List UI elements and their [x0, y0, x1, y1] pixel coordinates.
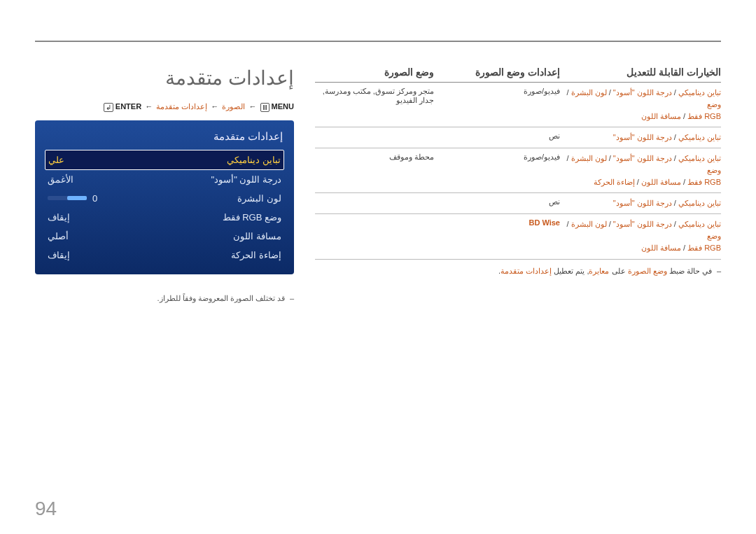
cell: فيديو/صورة [434, 153, 560, 162]
cell: متجر ومركز تسوق, مكتب ومدرسة, جدار الفيد… [315, 87, 434, 105]
cell: فيديو/صورة [434, 87, 560, 96]
panel-label: إضاءة الحركة [231, 250, 281, 260]
panel-value: الأغمق [48, 174, 74, 185]
table-row: نصتباين ديناميكي / درجة اللون "أسود" [315, 127, 721, 148]
menu-panel: إعدادات متقدمة تباين ديناميكيعليدرجة الل… [35, 120, 294, 274]
slider[interactable] [48, 196, 87, 200]
cell: تباين ديناميكي / درجة اللون "أسود" [560, 132, 721, 143]
table-row: BD Wiseتباين ديناميكي / درجة اللون "أسود… [315, 214, 721, 259]
panel-row[interactable]: مسافة اللونأصلي [45, 227, 284, 246]
cell: محطة وموقف [315, 153, 434, 162]
content: إعدادات متقدمة MENU Ⅲ ← الصورة ← إعدادات… [35, 66, 721, 303]
breadcrumb-step: إعدادات متقدمة [156, 102, 207, 111]
panel-value: علي [48, 155, 64, 165]
table-row: متجر ومركز تسوق, مكتب ومدرسة, جدار الفيد… [315, 83, 721, 127]
col-header: الخيارات القابلة للتعديل [560, 66, 721, 78]
cell: تباين ديناميكي / درجة اللون "أسود" / لون… [560, 87, 721, 122]
page: إعدادات متقدمة MENU Ⅲ ← الصورة ← إعدادات… [0, 0, 756, 534]
table-body: متجر ومركز تسوق, مكتب ومدرسة, جدار الفيد… [315, 83, 721, 260]
panel-rows: تباين ديناميكيعليدرجة اللون "أسود"الأغمق… [45, 150, 284, 265]
top-rule [35, 41, 721, 42]
panel-label: وضع RGB فقط [223, 212, 281, 223]
panel-row[interactable]: إضاءة الحركةإيقاف [45, 246, 284, 265]
footnote-text: قد تختلف الصورة المعروضة وفقاً للطراز. [157, 294, 284, 302]
table-row: محطة وموقففيديو/صورةتباين ديناميكي / درج… [315, 148, 721, 193]
dash-icon: – [714, 267, 721, 275]
panel-label: مسافة اللون [233, 231, 281, 241]
page-number: 94 [35, 498, 57, 520]
panel-header: إعدادات متقدمة [45, 127, 284, 150]
left-column: وضع الصورة إعدادات وضع الصورة الخيارات ا… [315, 66, 721, 303]
panel-value: 0 [48, 193, 97, 204]
right-column: إعدادات متقدمة MENU Ⅲ ← الصورة ← إعدادات… [35, 66, 294, 303]
table-note: – في حالة ضبط وضع الصورة على معايرة, يتم… [315, 267, 721, 276]
panel-row[interactable]: وضع RGB فقطإيقاف [45, 208, 284, 227]
footnote: – قد تختلف الصورة المعروضة وفقاً للطراز. [35, 294, 294, 303]
breadcrumb: MENU Ⅲ ← الصورة ← إعدادات متقدمة ← ENTER… [35, 102, 294, 112]
panel-row[interactable]: لون البشرة0 [45, 189, 284, 208]
panel-value: أصلي [48, 231, 69, 241]
panel-value: إيقاف [48, 250, 70, 260]
col-header: وضع الصورة [315, 66, 434, 78]
breadcrumb-step: الصورة [222, 102, 245, 111]
menu-key: MENU [272, 102, 294, 111]
cell: نص [434, 197, 560, 206]
table-header: وضع الصورة إعدادات وضع الصورة الخيارات ا… [315, 66, 721, 83]
menu-icon: Ⅲ [260, 103, 270, 112]
panel-row[interactable]: درجة اللون "أسود"الأغمق [45, 170, 284, 189]
panel-label: درجة اللون "أسود" [211, 174, 281, 185]
arrow-icon: ← [144, 102, 154, 111]
cell: نص [434, 132, 560, 141]
arrow-icon: ← [247, 102, 258, 111]
table-row: نصتباين ديناميكي / درجة اللون "أسود" [315, 193, 721, 214]
panel-label: تباين ديناميكي [227, 155, 281, 165]
col-header: إعدادات وضع الصورة [434, 66, 560, 78]
cell: BD Wise [434, 218, 560, 227]
panel-label: لون البشرة [237, 193, 281, 204]
panel-value: إيقاف [48, 212, 70, 223]
cell: تباين ديناميكي / درجة اللون "أسود" / لون… [560, 218, 721, 254]
cell: تباين ديناميكي / درجة اللون "أسود" / لون… [560, 153, 721, 188]
page-title: إعدادات متقدمة [35, 66, 294, 90]
enter-key: ENTER [115, 102, 141, 111]
dash-icon: – [287, 294, 294, 302]
arrow-icon: ← [209, 102, 220, 111]
panel-row[interactable]: تباين ديناميكيعلي [45, 150, 284, 170]
enter-icon: ↲ [104, 103, 113, 112]
cell: تباين ديناميكي / درجة اللون "أسود" [560, 197, 721, 209]
